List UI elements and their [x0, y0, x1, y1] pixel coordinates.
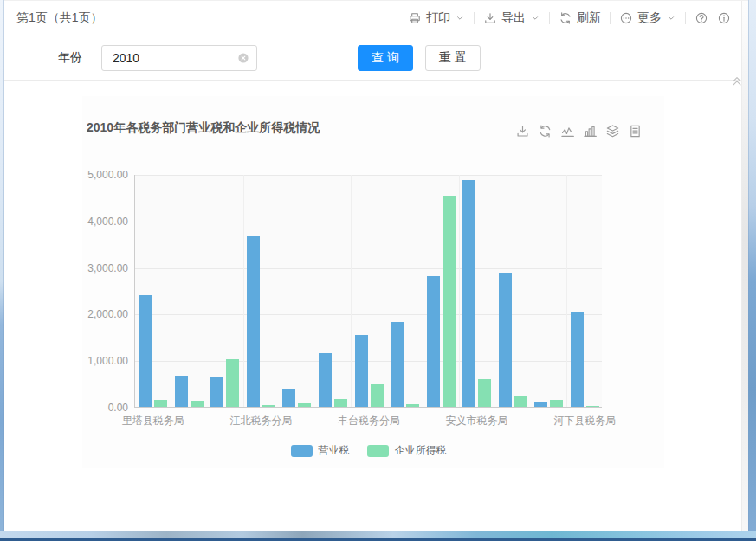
app-content: 第1页（共1页） 打印导出刷新更多 年份 查 询 重 置 2010年各税务部门营…	[4, 0, 748, 531]
bar-企业所得税-11[interactable]	[550, 400, 563, 407]
y-axis-tick-label: 3,000.00	[73, 262, 128, 274]
export-label: 导出	[501, 10, 526, 26]
toolbar-divider	[685, 12, 686, 24]
chart-toolbox	[515, 124, 643, 138]
gridline	[135, 314, 602, 315]
year-input[interactable]	[101, 45, 257, 71]
gridline-vertical	[459, 175, 460, 407]
x-axis-tick-label: 江北税务分局	[209, 414, 313, 428]
printer-icon	[408, 11, 422, 25]
x-axis-tick-label: 丰台税务分局	[317, 414, 421, 428]
refresh-label: 刷新	[577, 10, 601, 26]
bar-营业税-0[interactable]	[139, 295, 152, 407]
bar-企业所得税-10[interactable]	[514, 396, 527, 407]
download-icon	[483, 11, 497, 25]
bar-企业所得税-7[interactable]	[406, 404, 419, 407]
bar-营业税-2[interactable]	[210, 377, 223, 407]
reset-button[interactable]: 重 置	[425, 45, 481, 71]
y-axis-tick-label: 2,000.00	[73, 308, 128, 320]
line-chart-icon[interactable]	[560, 124, 575, 138]
bar-营业税-4[interactable]	[282, 389, 295, 407]
query-button[interactable]: 查 询	[358, 45, 413, 71]
chevron-down-icon	[455, 13, 465, 23]
stack-icon[interactable]	[605, 124, 620, 138]
bar-营业税-10[interactable]	[499, 273, 512, 407]
y-axis-tick-label: 0.00	[73, 402, 128, 414]
ellipsis-circle-icon	[619, 11, 633, 25]
header-bar: 第1页（共1页） 打印导出刷新更多	[4, 1, 748, 35]
x-axis-tick-label: 安义市税务局	[425, 414, 529, 428]
bar-企业所得税-0[interactable]	[154, 400, 167, 407]
refresh-button[interactable]: 刷新	[559, 10, 601, 26]
legend-swatch	[291, 445, 313, 457]
bar-企业所得税-8[interactable]	[443, 196, 456, 407]
year-input-field[interactable]	[111, 50, 234, 66]
x-axis-tick-label: 河下县税务局	[533, 414, 636, 428]
bar-企业所得税-6[interactable]	[371, 384, 384, 407]
legend-swatch	[367, 445, 389, 457]
legend-item-企业所得税[interactable]: 企业所得税	[367, 443, 447, 458]
gridline-vertical	[351, 175, 352, 407]
more-button[interactable]: 更多	[619, 10, 676, 26]
bar-营业税-9[interactable]	[462, 180, 475, 407]
bar-营业税-3[interactable]	[247, 236, 260, 407]
toolbar: 打印导出刷新更多	[408, 10, 731, 26]
info-circle-icon	[717, 11, 731, 25]
bar-企业所得税-1[interactable]	[191, 401, 204, 407]
gridline	[135, 175, 602, 176]
print-button[interactable]: 打印	[408, 10, 465, 26]
x-axis-tick-label: 里塔县税务局	[101, 414, 205, 428]
scrollbar-track[interactable]	[741, 1, 748, 531]
toolbar-divider	[474, 12, 475, 24]
gridline	[135, 222, 602, 222]
more-label: 更多	[637, 10, 662, 26]
refresh-icon	[559, 11, 572, 25]
chart-title: 2010年各税务部门营业税和企业所得税情况	[87, 120, 320, 136]
bar-营业税-8[interactable]	[427, 276, 440, 407]
info-button[interactable]	[717, 11, 731, 25]
toolbar-divider	[610, 12, 611, 24]
plot-area: 0.001,000.002,000.003,000.004,000.005,00…	[134, 175, 602, 408]
legend-label: 企业所得税	[395, 443, 447, 458]
window: 第1页（共1页） 打印导出刷新更多 年份 查 询 重 置 2010年各税务部门营…	[0, 0, 756, 541]
export-button[interactable]: 导出	[483, 10, 540, 26]
y-axis-tick-label: 1,000.00	[73, 355, 128, 367]
legend-label: 营业税	[319, 443, 350, 458]
restore-icon[interactable]	[538, 124, 552, 138]
bar-企业所得税-2[interactable]	[226, 359, 239, 407]
bar-营业税-5[interactable]	[319, 353, 332, 407]
bar-营业税-6[interactable]	[355, 335, 368, 407]
bar-企业所得税-3[interactable]	[262, 405, 275, 407]
y-axis-tick-label: 4,000.00	[73, 216, 128, 228]
clear-icon[interactable]	[237, 52, 249, 64]
window-border-bottom	[0, 531, 756, 541]
bar-企业所得税-4[interactable]	[298, 403, 311, 407]
window-border-left	[0, 0, 4, 541]
gridline-vertical	[566, 175, 567, 407]
gridline	[135, 361, 602, 362]
bar-企业所得税-12[interactable]	[586, 406, 599, 407]
gridline	[135, 268, 602, 269]
bar-营业税-12[interactable]	[571, 312, 584, 407]
legend-item-营业税[interactable]: 营业税	[291, 443, 350, 458]
chart-legend: 营业税企业所得税	[135, 443, 602, 458]
bar-企业所得税-5[interactable]	[334, 399, 347, 407]
save-image-icon[interactable]	[515, 124, 530, 138]
report-body: 2010年各税务部门营业税和企业所得税情况 0.001,000.002,000.…	[4, 81, 748, 531]
bar-chart-icon[interactable]	[583, 124, 598, 138]
bar-营业税-11[interactable]	[534, 402, 547, 407]
toolbar-divider	[549, 12, 550, 24]
window-border-right	[748, 0, 756, 541]
chevron-down-icon	[666, 13, 676, 23]
bar-企业所得税-9[interactable]	[478, 379, 491, 407]
gridline-vertical	[243, 175, 244, 407]
bar-营业税-1[interactable]	[175, 376, 188, 407]
help-button[interactable]	[695, 11, 708, 25]
print-label: 打印	[426, 10, 450, 26]
y-axis-tick-label: 5,000.00	[73, 169, 128, 181]
chart-card: 2010年各税务部门营业税和企业所得税情况 0.001,000.002,000.…	[82, 96, 664, 468]
chevron-down-icon	[530, 13, 540, 23]
year-label: 年份	[58, 50, 82, 66]
data-view-icon[interactable]	[628, 124, 643, 138]
bar-营业税-7[interactable]	[391, 322, 404, 407]
